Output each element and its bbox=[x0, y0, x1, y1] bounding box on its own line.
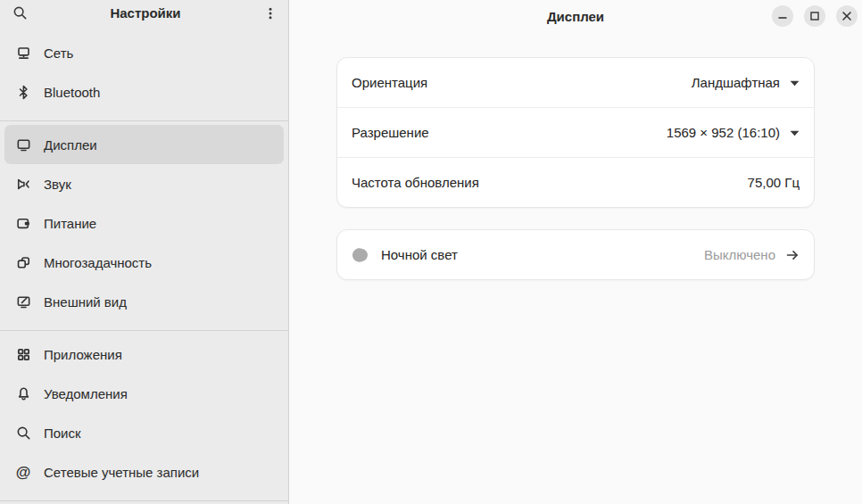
kebab-menu-icon bbox=[263, 6, 278, 21]
sidebar-item-label: Дисплеи bbox=[44, 137, 97, 153]
night-light-card: Ночной свет Выключено bbox=[336, 229, 815, 280]
sound-icon bbox=[14, 177, 32, 192]
close-button[interactable] bbox=[836, 5, 858, 27]
night-light-left: Ночной свет bbox=[352, 247, 458, 263]
search-icon bbox=[14, 426, 32, 441]
sidebar-item-multitasking[interactable]: Многозадачность bbox=[4, 243, 284, 282]
resolution-label: Разрешение bbox=[352, 125, 429, 140]
night-light-row[interactable]: Ночной свет Выключено bbox=[337, 230, 814, 279]
at-sign-icon: @ bbox=[14, 465, 32, 480]
settings-window: Настройки Сеть bbox=[0, 0, 862, 504]
window-controls bbox=[772, 5, 858, 27]
sidebar-item-search[interactable]: Поиск bbox=[4, 413, 284, 452]
sidebar-item-applications[interactable]: Приложения bbox=[4, 335, 284, 374]
sidebar-item-label: Внешний вид bbox=[44, 294, 127, 310]
orientation-dropdown[interactable]: Ландшафтная bbox=[692, 75, 800, 90]
search-icon bbox=[12, 5, 28, 21]
chevron-down-icon bbox=[790, 130, 800, 136]
sidebar-title: Настройки bbox=[31, 5, 260, 21]
display-settings-card: Ориентация Ландшафтная Разрешение 1569 ×… bbox=[336, 57, 815, 208]
refresh-rate-value: 75,00 Гц bbox=[748, 175, 800, 190]
orientation-label: Ориентация bbox=[352, 75, 427, 90]
bluetooth-icon bbox=[14, 85, 32, 100]
sidebar-item-displays[interactable]: Дисплеи bbox=[4, 125, 284, 164]
sidebar-item-label: Приложения bbox=[44, 347, 122, 362]
refresh-rate-row: Частота обновления 75,00 Гц bbox=[337, 157, 814, 207]
sidebar-item-sound[interactable]: Звук bbox=[4, 164, 284, 203]
sidebar-item-label: Питание bbox=[44, 216, 96, 231]
power-icon bbox=[14, 216, 32, 231]
resolution-row[interactable]: Разрешение 1569 × 952 (16:10) bbox=[337, 107, 814, 157]
displays-icon bbox=[14, 137, 32, 153]
sidebar-item-bluetooth[interactable]: Bluetooth bbox=[4, 72, 284, 112]
minimize-icon bbox=[772, 5, 793, 27]
night-light-right: Выключено bbox=[704, 247, 800, 262]
resolution-dropdown[interactable]: 1569 × 952 (16:10) bbox=[667, 125, 800, 140]
sidebar-separator bbox=[0, 120, 288, 121]
displays-panel: Ориентация Ландшафтная Разрешение 1569 ×… bbox=[289, 32, 862, 280]
sidebar-item-network[interactable]: Сеть bbox=[4, 33, 284, 72]
resolution-value: 1569 × 952 (16:10) bbox=[667, 125, 780, 140]
sidebar: Настройки Сеть bbox=[0, 0, 289, 504]
apps-grid-icon bbox=[14, 347, 32, 362]
sidebar-item-label: Bluetooth bbox=[44, 85, 100, 100]
minimize-button[interactable] bbox=[772, 5, 793, 27]
sidebar-separator bbox=[0, 500, 288, 501]
bell-icon bbox=[14, 386, 32, 401]
maximize-icon bbox=[804, 5, 825, 27]
sidebar-item-label: Сеть bbox=[44, 45, 73, 61]
sidebar-item-label: Поиск bbox=[44, 426, 81, 441]
arrow-right-icon bbox=[785, 248, 800, 262]
multitasking-icon bbox=[14, 255, 32, 270]
close-icon bbox=[836, 5, 858, 27]
headerbar: Дисплеи bbox=[289, 0, 862, 32]
orientation-value: Ландшафтная bbox=[692, 75, 780, 90]
sidebar-item-label: Звук bbox=[44, 177, 71, 192]
sidebar-item-label: Многозадачность bbox=[44, 255, 152, 270]
orientation-row[interactable]: Ориентация Ландшафтная bbox=[337, 58, 814, 107]
sidebar-nav: Сеть Bluetooth Диспле bbox=[0, 24, 288, 504]
sidebar-item-label: Сетевые учетные записи bbox=[44, 465, 199, 480]
night-light-label: Ночной свет bbox=[381, 247, 458, 262]
chevron-down-icon bbox=[790, 80, 800, 87]
search-button[interactable] bbox=[9, 2, 31, 24]
page-title: Дисплеи bbox=[547, 9, 604, 24]
sidebar-header: Настройки bbox=[0, 0, 288, 24]
sidebar-item-power[interactable]: Питание bbox=[4, 203, 284, 243]
sidebar-item-appearance[interactable]: Внешний вид bbox=[4, 282, 284, 321]
sidebar-separator bbox=[0, 330, 288, 331]
network-icon bbox=[14, 45, 32, 61]
sidebar-item-online-accounts[interactable]: @ Сетевые учетные записи bbox=[4, 452, 284, 492]
sidebar-item-label: Уведомления bbox=[44, 386, 128, 401]
night-light-status: Выключено bbox=[704, 247, 775, 262]
appearance-icon bbox=[14, 294, 32, 310]
moon-icon bbox=[352, 247, 368, 263]
menu-button[interactable] bbox=[260, 3, 281, 24]
refresh-rate-label: Частота обновления bbox=[352, 175, 479, 190]
sidebar-item-notifications[interactable]: Уведомления bbox=[4, 374, 284, 413]
maximize-button[interactable] bbox=[804, 5, 825, 27]
content-area: Дисплеи bbox=[289, 0, 862, 504]
